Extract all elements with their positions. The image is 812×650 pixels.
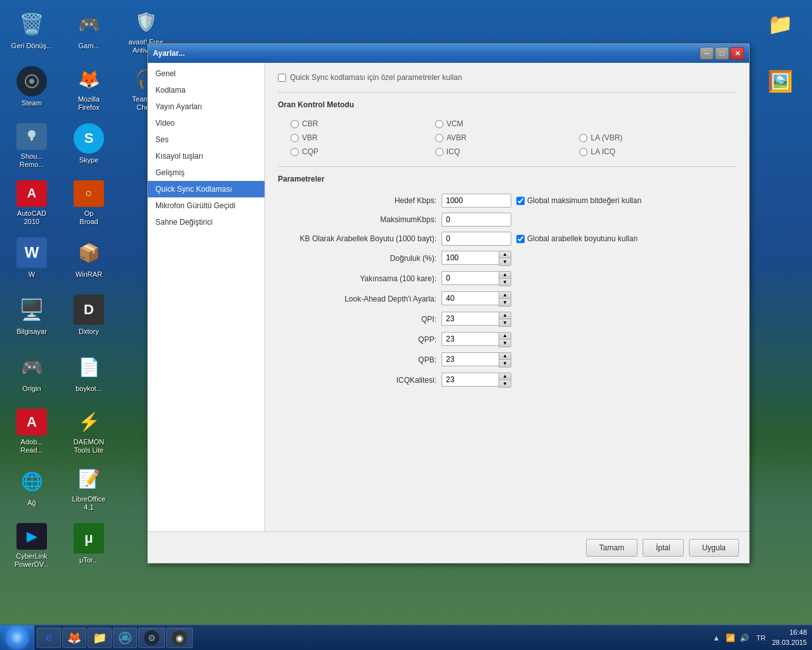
look-ahead-down[interactable]: ▼ <box>499 299 511 306</box>
global-max-bit-checkbox[interactable] <box>516 197 525 205</box>
qpi-input[interactable] <box>442 312 499 326</box>
system-tray: ▲ 📶 🔊 TR 16:48 28.03.2015 <box>705 628 812 647</box>
qpb-down[interactable]: ▼ <box>499 360 511 367</box>
desktop-icon-openbroadcast[interactable]: ○ OpBroad <box>63 178 114 229</box>
game-label: Gam... <box>78 42 99 50</box>
nav-gelismis[interactable]: Gelişmiş <box>148 164 265 181</box>
dogruluk-down[interactable]: ▼ <box>499 258 511 265</box>
radio-icq-input[interactable] <box>435 148 443 156</box>
tray-arrow[interactable]: ▲ <box>710 632 722 644</box>
desktop-icon-firefox[interactable]: 🦊 MozillaFirefox <box>63 63 114 114</box>
tray-clock: 16:48 28.03.2015 <box>772 628 807 647</box>
desktop-icon-skype[interactable]: S Skype <box>63 121 114 171</box>
cancel-button[interactable]: İptal <box>643 539 684 557</box>
apply-button[interactable]: Uygula <box>689 539 739 557</box>
nav-mikrofon[interactable]: Mikrofon Gürültü Geçidi <box>148 197 265 214</box>
start-button[interactable] <box>0 625 34 651</box>
steam-label: Steam <box>22 99 42 107</box>
game-icon: 🎮 <box>74 9 104 39</box>
desktop-icon-image-right[interactable]: 🖼️ <box>755 63 806 114</box>
quicksync-checkbox-row: Quick Sync kodlaması için özel parametre… <box>278 73 737 82</box>
desktop-icon-word[interactable]: W W <box>6 235 57 286</box>
nav-sahne[interactable]: Sahne Değiştirici <box>148 214 265 230</box>
radio-cqp-input[interactable] <box>291 148 299 156</box>
qpp-down[interactable]: ▼ <box>499 340 511 347</box>
desktop-icon-steam[interactable]: Steam <box>6 63 57 114</box>
taskbar-steam[interactable]: ⚙ <box>138 628 165 648</box>
taskbar-ie[interactable]: e <box>37 628 61 648</box>
desktop-icon-winrar[interactable]: 📦 WinRAR <box>63 235 114 286</box>
desktop-icon-computer[interactable]: 🖥️ Bilgisayar <box>6 292 57 343</box>
icq-kalite-up[interactable]: ▲ <box>499 373 511 380</box>
icq-kalite-down[interactable]: ▼ <box>499 380 511 387</box>
desktop-icon-origin[interactable]: 🎮 Origin <box>6 349 57 400</box>
desktop-icon-utor[interactable]: μ μTor... <box>63 521 114 571</box>
desktop-icon-ag[interactable]: 🌐 Ağ <box>6 463 57 514</box>
qpi-down[interactable]: ▼ <box>499 319 511 326</box>
global-arabellek-checkbox[interactable] <box>516 235 525 243</box>
kb-arabellek-input[interactable] <box>442 232 511 246</box>
close-button[interactable]: ✕ <box>730 47 744 60</box>
dogruluk-input[interactable] <box>442 251 499 265</box>
desktop-icon-daemon[interactable]: ⚡ DAEMONTools Lite <box>63 406 114 457</box>
nav-ses[interactable]: Ses <box>148 131 265 148</box>
desktop-icon-boycot[interactable]: 📄 boykot... <box>63 349 114 400</box>
desktop-icon-recycle[interactable]: 🗑️ Geri Dönüş... <box>6 6 57 57</box>
nav-kodlama[interactable]: Kodlama <box>148 82 265 98</box>
desktop-icon-cyberlink[interactable]: ▶ CyberLinkPowerDV... <box>6 521 57 571</box>
taskbar-chrome[interactable] <box>113 628 137 648</box>
desktop-icon-folder-right[interactable]: 📁 <box>755 6 806 57</box>
maks-kbps-input[interactable] <box>442 213 511 227</box>
dxtory-icon: D <box>74 295 104 325</box>
desktop-icon-shoutcut[interactable]: Shou...Remo... <box>6 121 57 171</box>
yakinsama-input[interactable] <box>442 271 499 285</box>
hedef-kbps-input[interactable] <box>442 194 511 208</box>
nav-video[interactable]: Video <box>148 115 265 131</box>
radio-avbr-input[interactable] <box>435 134 443 142</box>
radio-laicq-input[interactable] <box>579 148 587 156</box>
yakinsama-down[interactable]: ▼ <box>499 279 511 286</box>
nav-genel[interactable]: Genel <box>148 65 265 82</box>
taskbar-obs[interactable]: ◉ <box>166 628 193 648</box>
yakinsama-up[interactable]: ▲ <box>499 272 511 279</box>
qpb-up[interactable]: ▲ <box>499 353 511 360</box>
look-ahead-input[interactable] <box>442 291 499 305</box>
look-ahead-up[interactable]: ▲ <box>499 292 511 299</box>
utor-icon: μ <box>74 523 104 554</box>
param-look-ahead: Look-Ahead Depth'i Ayarla: ▲ ▼ <box>278 291 737 307</box>
radio-empty-1 <box>579 119 724 128</box>
desktop-icon-adobe[interactable]: A Adob...Read... <box>6 406 57 457</box>
qpp-input[interactable] <box>442 332 499 346</box>
radio-cbr-input[interactable] <box>291 120 299 128</box>
tray-language[interactable]: TR <box>754 634 768 642</box>
radio-vbr-label: VBR <box>302 133 318 142</box>
icq-kalite-input[interactable] <box>442 373 499 387</box>
ie-icon: e <box>43 632 55 644</box>
dogruluk-up[interactable]: ▲ <box>499 251 511 258</box>
qpi-up[interactable]: ▲ <box>499 312 511 319</box>
separator-2 <box>278 166 737 167</box>
desktop-icon-dxtory[interactable]: D Dxtory <box>63 292 114 343</box>
desktop-icon-game[interactable]: 🎮 Gam... <box>63 6 114 57</box>
nav-quicksync[interactable]: Quick Sync Kodlaması <box>148 181 265 197</box>
radio-vbr: VBR <box>291 133 435 142</box>
nav-kisayol[interactable]: Kısayol tuşları <box>148 148 265 164</box>
quicksync-checkbox[interactable] <box>278 74 286 82</box>
radio-vcm-input[interactable] <box>435 120 443 128</box>
word-label: W <box>29 270 35 279</box>
radio-icq: ICQ <box>435 147 580 156</box>
maximize-button[interactable]: □ <box>715 47 729 60</box>
dogruluk-spin-btns: ▲ ▼ <box>499 251 511 266</box>
taskbar-firefox[interactable]: 🦊 <box>62 628 86 648</box>
radio-vbr-input[interactable] <box>291 134 299 142</box>
ok-button[interactable]: Tamam <box>586 539 638 557</box>
desktop-icon-libreoffice[interactable]: 📝 LibreOffice4.1 <box>63 463 114 514</box>
desktop-icon-autocad[interactable]: A AutoCAD 2010 <box>6 178 57 229</box>
nav-yayin[interactable]: Yayın Ayarları <box>148 98 265 115</box>
taskbar-folder[interactable]: 📁 <box>88 628 112 648</box>
utor-label: μTor... <box>79 556 98 564</box>
qpb-input[interactable] <box>442 352 499 366</box>
qpp-up[interactable]: ▲ <box>499 333 511 340</box>
radio-lavbr-input[interactable] <box>579 134 587 142</box>
minimize-button[interactable]: ─ <box>700 47 714 60</box>
